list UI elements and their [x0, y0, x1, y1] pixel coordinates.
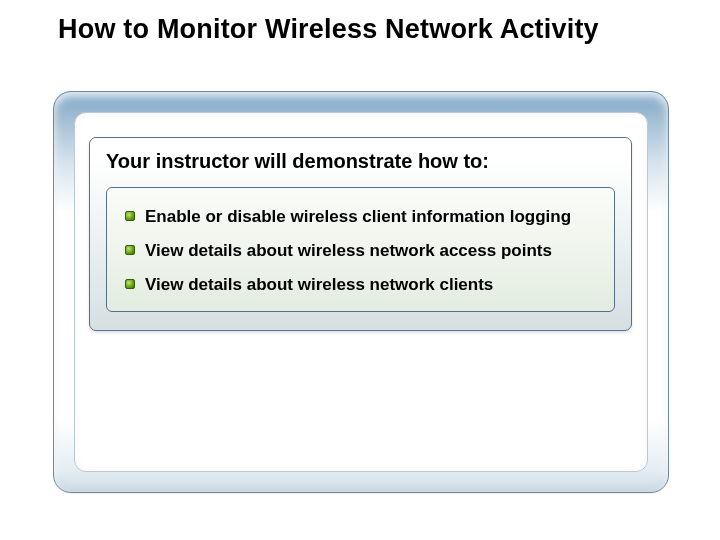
bullet-text: View details about wireless network acce…	[145, 240, 552, 262]
list-item: View details about wireless network clie…	[125, 274, 598, 296]
demo-card: Your instructor will demonstrate how to:…	[89, 137, 632, 331]
bullet-icon	[125, 211, 135, 221]
bullet-list: Enable or disable wireless client inform…	[106, 187, 615, 312]
list-item: Enable or disable wireless client inform…	[125, 206, 598, 228]
bullet-text: View details about wireless network clie…	[145, 274, 493, 296]
list-item: View details about wireless network acce…	[125, 240, 598, 262]
bullet-text: Enable or disable wireless client inform…	[145, 206, 571, 228]
bullet-icon	[125, 245, 135, 255]
slide-title: How to Monitor Wireless Network Activity	[58, 14, 618, 45]
content-panel-outer: Your instructor will demonstrate how to:…	[53, 91, 669, 493]
slide: How to Monitor Wireless Network Activity…	[0, 0, 720, 540]
bullet-icon	[125, 279, 135, 289]
content-panel-inner: Your instructor will demonstrate how to:…	[74, 112, 648, 472]
card-heading: Your instructor will demonstrate how to:	[106, 148, 615, 177]
